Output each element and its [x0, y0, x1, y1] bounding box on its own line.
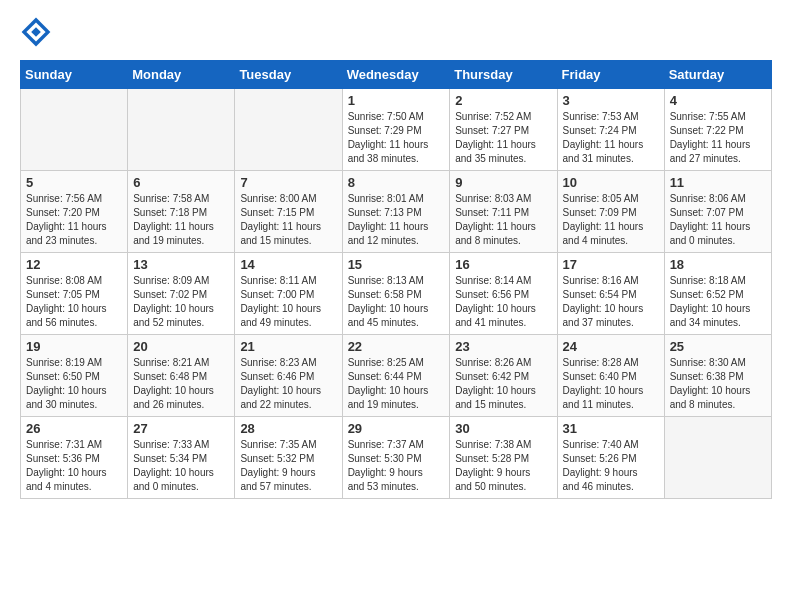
weekday-header-saturday: Saturday [664, 61, 771, 89]
day-info: Sunrise: 8:13 AMSunset: 6:58 PMDaylight:… [348, 274, 445, 330]
weekday-header-thursday: Thursday [450, 61, 557, 89]
day-info: Sunrise: 8:06 AMSunset: 7:07 PMDaylight:… [670, 192, 766, 248]
day-info: Sunrise: 8:16 AMSunset: 6:54 PMDaylight:… [563, 274, 659, 330]
calendar-cell: 4Sunrise: 7:55 AMSunset: 7:22 PMDaylight… [664, 89, 771, 171]
day-info: Sunrise: 8:03 AMSunset: 7:11 PMDaylight:… [455, 192, 551, 248]
calendar-cell: 31Sunrise: 7:40 AMSunset: 5:26 PMDayligh… [557, 417, 664, 499]
day-number: 14 [240, 257, 336, 272]
calendar-cell: 24Sunrise: 8:28 AMSunset: 6:40 PMDayligh… [557, 335, 664, 417]
day-info: Sunrise: 8:28 AMSunset: 6:40 PMDaylight:… [563, 356, 659, 412]
day-number: 6 [133, 175, 229, 190]
page-container: SundayMondayTuesdayWednesdayThursdayFrid… [0, 0, 792, 515]
day-number: 12 [26, 257, 122, 272]
day-number: 26 [26, 421, 122, 436]
calendar-cell: 7Sunrise: 8:00 AMSunset: 7:15 PMDaylight… [235, 171, 342, 253]
calendar-cell: 14Sunrise: 8:11 AMSunset: 7:00 PMDayligh… [235, 253, 342, 335]
day-number: 30 [455, 421, 551, 436]
calendar-cell: 15Sunrise: 8:13 AMSunset: 6:58 PMDayligh… [342, 253, 450, 335]
day-info: Sunrise: 8:11 AMSunset: 7:00 PMDaylight:… [240, 274, 336, 330]
calendar-cell: 9Sunrise: 8:03 AMSunset: 7:11 PMDaylight… [450, 171, 557, 253]
calendar-cell: 21Sunrise: 8:23 AMSunset: 6:46 PMDayligh… [235, 335, 342, 417]
week-row-3: 12Sunrise: 8:08 AMSunset: 7:05 PMDayligh… [21, 253, 772, 335]
day-info: Sunrise: 7:50 AMSunset: 7:29 PMDaylight:… [348, 110, 445, 166]
day-info: Sunrise: 8:25 AMSunset: 6:44 PMDaylight:… [348, 356, 445, 412]
day-info: Sunrise: 8:01 AMSunset: 7:13 PMDaylight:… [348, 192, 445, 248]
day-info: Sunrise: 8:14 AMSunset: 6:56 PMDaylight:… [455, 274, 551, 330]
day-number: 18 [670, 257, 766, 272]
day-number: 10 [563, 175, 659, 190]
calendar-cell: 25Sunrise: 8:30 AMSunset: 6:38 PMDayligh… [664, 335, 771, 417]
day-number: 19 [26, 339, 122, 354]
day-info: Sunrise: 7:52 AMSunset: 7:27 PMDaylight:… [455, 110, 551, 166]
calendar-cell: 16Sunrise: 8:14 AMSunset: 6:56 PMDayligh… [450, 253, 557, 335]
day-info: Sunrise: 8:00 AMSunset: 7:15 PMDaylight:… [240, 192, 336, 248]
day-number: 9 [455, 175, 551, 190]
day-info: Sunrise: 8:23 AMSunset: 6:46 PMDaylight:… [240, 356, 336, 412]
calendar-cell: 11Sunrise: 8:06 AMSunset: 7:07 PMDayligh… [664, 171, 771, 253]
calendar-cell [128, 89, 235, 171]
day-info: Sunrise: 8:21 AMSunset: 6:48 PMDaylight:… [133, 356, 229, 412]
logo [20, 16, 56, 48]
weekday-header-row: SundayMondayTuesdayWednesdayThursdayFrid… [21, 61, 772, 89]
calendar-cell: 23Sunrise: 8:26 AMSunset: 6:42 PMDayligh… [450, 335, 557, 417]
day-number: 29 [348, 421, 445, 436]
calendar-cell: 28Sunrise: 7:35 AMSunset: 5:32 PMDayligh… [235, 417, 342, 499]
day-info: Sunrise: 7:40 AMSunset: 5:26 PMDaylight:… [563, 438, 659, 494]
weekday-header-friday: Friday [557, 61, 664, 89]
day-number: 21 [240, 339, 336, 354]
day-info: Sunrise: 8:05 AMSunset: 7:09 PMDaylight:… [563, 192, 659, 248]
weekday-header-monday: Monday [128, 61, 235, 89]
day-number: 4 [670, 93, 766, 108]
calendar-cell: 3Sunrise: 7:53 AMSunset: 7:24 PMDaylight… [557, 89, 664, 171]
day-info: Sunrise: 8:18 AMSunset: 6:52 PMDaylight:… [670, 274, 766, 330]
calendar-cell [235, 89, 342, 171]
weekday-header-tuesday: Tuesday [235, 61, 342, 89]
calendar-cell: 30Sunrise: 7:38 AMSunset: 5:28 PMDayligh… [450, 417, 557, 499]
calendar-cell: 18Sunrise: 8:18 AMSunset: 6:52 PMDayligh… [664, 253, 771, 335]
day-number: 7 [240, 175, 336, 190]
day-info: Sunrise: 7:33 AMSunset: 5:34 PMDaylight:… [133, 438, 229, 494]
day-info: Sunrise: 8:19 AMSunset: 6:50 PMDaylight:… [26, 356, 122, 412]
day-info: Sunrise: 7:58 AMSunset: 7:18 PMDaylight:… [133, 192, 229, 248]
calendar-cell: 10Sunrise: 8:05 AMSunset: 7:09 PMDayligh… [557, 171, 664, 253]
calendar-cell: 2Sunrise: 7:52 AMSunset: 7:27 PMDaylight… [450, 89, 557, 171]
day-number: 15 [348, 257, 445, 272]
week-row-2: 5Sunrise: 7:56 AMSunset: 7:20 PMDaylight… [21, 171, 772, 253]
week-row-5: 26Sunrise: 7:31 AMSunset: 5:36 PMDayligh… [21, 417, 772, 499]
day-info: Sunrise: 8:08 AMSunset: 7:05 PMDaylight:… [26, 274, 122, 330]
calendar-cell: 27Sunrise: 7:33 AMSunset: 5:34 PMDayligh… [128, 417, 235, 499]
calendar-cell: 29Sunrise: 7:37 AMSunset: 5:30 PMDayligh… [342, 417, 450, 499]
calendar-cell: 26Sunrise: 7:31 AMSunset: 5:36 PMDayligh… [21, 417, 128, 499]
calendar-cell: 20Sunrise: 8:21 AMSunset: 6:48 PMDayligh… [128, 335, 235, 417]
calendar-cell: 1Sunrise: 7:50 AMSunset: 7:29 PMDaylight… [342, 89, 450, 171]
calendar-cell: 5Sunrise: 7:56 AMSunset: 7:20 PMDaylight… [21, 171, 128, 253]
weekday-header-sunday: Sunday [21, 61, 128, 89]
weekday-header-wednesday: Wednesday [342, 61, 450, 89]
calendar-cell: 17Sunrise: 8:16 AMSunset: 6:54 PMDayligh… [557, 253, 664, 335]
day-info: Sunrise: 8:26 AMSunset: 6:42 PMDaylight:… [455, 356, 551, 412]
calendar-cell: 19Sunrise: 8:19 AMSunset: 6:50 PMDayligh… [21, 335, 128, 417]
calendar-cell: 22Sunrise: 8:25 AMSunset: 6:44 PMDayligh… [342, 335, 450, 417]
day-number: 24 [563, 339, 659, 354]
day-number: 28 [240, 421, 336, 436]
calendar-cell: 8Sunrise: 8:01 AMSunset: 7:13 PMDaylight… [342, 171, 450, 253]
calendar-table: SundayMondayTuesdayWednesdayThursdayFrid… [20, 60, 772, 499]
week-row-4: 19Sunrise: 8:19 AMSunset: 6:50 PMDayligh… [21, 335, 772, 417]
day-info: Sunrise: 7:35 AMSunset: 5:32 PMDaylight:… [240, 438, 336, 494]
day-number: 5 [26, 175, 122, 190]
day-info: Sunrise: 7:31 AMSunset: 5:36 PMDaylight:… [26, 438, 122, 494]
day-info: Sunrise: 8:30 AMSunset: 6:38 PMDaylight:… [670, 356, 766, 412]
day-number: 17 [563, 257, 659, 272]
day-info: Sunrise: 7:37 AMSunset: 5:30 PMDaylight:… [348, 438, 445, 494]
day-number: 8 [348, 175, 445, 190]
day-info: Sunrise: 7:53 AMSunset: 7:24 PMDaylight:… [563, 110, 659, 166]
calendar-cell: 6Sunrise: 7:58 AMSunset: 7:18 PMDaylight… [128, 171, 235, 253]
day-number: 1 [348, 93, 445, 108]
day-number: 3 [563, 93, 659, 108]
calendar-cell: 13Sunrise: 8:09 AMSunset: 7:02 PMDayligh… [128, 253, 235, 335]
day-number: 22 [348, 339, 445, 354]
calendar-cell [21, 89, 128, 171]
day-info: Sunrise: 7:55 AMSunset: 7:22 PMDaylight:… [670, 110, 766, 166]
logo-icon [20, 16, 52, 48]
day-number: 27 [133, 421, 229, 436]
